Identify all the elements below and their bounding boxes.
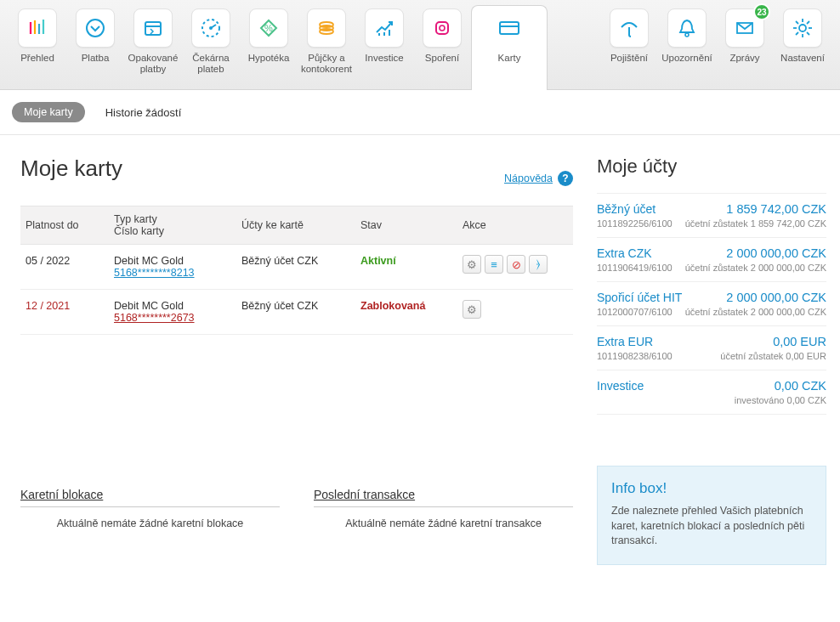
settings-action-icon[interactable]: ⚙	[463, 300, 481, 319]
nav-waiting[interactable]: Čekárna plateb	[182, 5, 240, 89]
account-number: 1011892256/6100	[597, 218, 673, 229]
panel-title[interactable]: Karetní blokace	[20, 488, 280, 507]
help-icon: ?	[558, 171, 573, 186]
nav-insurance[interactable]: Pojištění	[600, 5, 658, 89]
table-row: 12 / 2021 Debit MC Gold 5168********2673…	[20, 290, 573, 335]
nav-recurring[interactable]: Opakované platby	[124, 5, 182, 89]
table-row: 05 / 2022 Debit MC Gold 5168********8213…	[20, 245, 573, 290]
subtab-history[interactable]: Historie žádostí	[105, 106, 182, 119]
circle-down-icon	[76, 8, 115, 48]
calendar-icon	[133, 8, 173, 48]
col-actions: Akce	[463, 206, 573, 245]
cell-account: Běžný účet CZK	[241, 245, 360, 290]
panel-last-tx: Poslední transakce Aktuálně nemáte žádné…	[314, 488, 573, 540]
help-link[interactable]: Nápověda ?	[504, 171, 573, 186]
col-cardtype: Typ karty Číslo karty	[114, 206, 241, 245]
cell-validity: 12 / 2021	[26, 300, 70, 312]
infobox-text: Zde naleznete přehled Vašich platebních …	[611, 504, 812, 549]
cell-cardtype: Debit MC Gold	[114, 300, 184, 312]
nav-label: Nastavení	[774, 53, 831, 64]
account-sub: účetní zůstatek 2 000 000,00 CZK	[685, 263, 826, 273]
nav-payment[interactable]: Platba	[66, 5, 124, 89]
account-item[interactable]: Extra CZK 2 000 000,00 CZK 1011906419/61…	[597, 238, 826, 282]
card-number-link[interactable]: 5168********2673	[114, 312, 195, 324]
nav-label: Přehled	[9, 53, 66, 64]
account-name: Běžný účet	[597, 202, 656, 216]
nav-label: Upozornění	[658, 53, 716, 64]
info-box: Info box! Zde naleznete přehled Vašich p…	[597, 466, 826, 565]
nav-alerts[interactable]: Upozornění	[658, 5, 716, 89]
nav-invest[interactable]: Investice	[355, 5, 413, 89]
svg-line-30	[807, 32, 809, 35]
card-icon	[490, 8, 529, 48]
svg-point-13	[320, 29, 333, 34]
nav-settings[interactable]: Nastavení	[774, 5, 831, 89]
col-cardtype-l2: Číslo karty	[114, 225, 164, 237]
status-badge: Zablokovaná	[360, 300, 425, 312]
account-balance: 2 000 000,00 CZK	[726, 291, 826, 304]
nav-label: Půjčky a kontokorent	[298, 53, 355, 75]
account-item[interactable]: Spořicí účet HIT 2 000 000,00 CZK 101200…	[597, 282, 826, 326]
svg-line-32	[807, 21, 809, 24]
panel-title[interactable]: Poslední transakce	[314, 488, 573, 507]
nav-label: Investice	[355, 53, 413, 64]
top-nav: Přehled Platba Opakované platby Čekárna …	[0, 0, 840, 90]
nav-label: Čekárna plateb	[182, 53, 240, 75]
account-number: 1011908238/6100	[597, 351, 673, 361]
infobox-title: Info box!	[611, 480, 812, 497]
nav-label: Spoření	[413, 53, 471, 64]
account-name: Extra CZK	[597, 246, 652, 260]
account-name: Extra EUR	[597, 335, 653, 348]
coins-icon	[307, 8, 346, 48]
account-item[interactable]: Běžný účet 1 859 742,00 CZK 1011892256/6…	[597, 193, 826, 238]
nav-cards[interactable]: Karty	[471, 5, 548, 90]
card-number-link[interactable]: 5168********8213	[114, 267, 195, 279]
messages-badge: 23	[753, 3, 770, 20]
tag-icon: %	[249, 8, 288, 48]
panel-card-blocks: Karetní blokace Aktuálně nemáte žádné ka…	[20, 488, 280, 540]
subtabs: Moje karty Historie žádostí	[0, 90, 840, 135]
account-number: 1011906419/6100	[597, 263, 673, 273]
chart-up-icon	[365, 8, 404, 48]
panel-empty: Aktuálně nemáte žádné karetní transakce	[314, 507, 573, 540]
account-item[interactable]: Extra EUR 0,00 EUR 1011908238/6100 účetn…	[597, 326, 826, 370]
status-badge: Aktivní	[360, 255, 396, 267]
nav-loans[interactable]: Půjčky a kontokorent	[298, 5, 355, 89]
contactless-action-icon[interactable]: ⦒	[529, 255, 548, 274]
nav-overview[interactable]: Přehled	[9, 5, 66, 89]
account-balance: 1 859 742,00 CZK	[726, 202, 826, 216]
account-sub: investováno 0,00 CZK	[735, 395, 826, 405]
account-item[interactable]: Investice 0,00 CZK investováno 0,00 CZK	[597, 370, 826, 415]
col-validity: Platnost do	[20, 206, 114, 245]
svg-point-4	[87, 20, 104, 37]
nav-savings[interactable]: Spoření	[413, 5, 471, 89]
cards-table: Platnost do Typ karty Číslo karty Účty k…	[20, 206, 573, 335]
account-number: 1012000707/6100	[597, 307, 673, 317]
svg-point-22	[685, 33, 689, 37]
cell-validity: 05 / 2022	[20, 245, 114, 290]
page-title: Moje karty	[20, 156, 122, 182]
panel-empty: Aktuálně nemáte žádné karetní blokace	[20, 507, 280, 540]
settings-action-icon[interactable]: ⚙	[463, 255, 481, 274]
nav-messages[interactable]: 23 Zprávy	[716, 5, 774, 89]
account-name: Investice	[597, 379, 644, 393]
cell-cardtype: Debit MC Gold	[114, 255, 184, 267]
nav-label: Karty	[472, 53, 547, 64]
gear-icon	[783, 8, 822, 48]
nav-label: Hypotéka	[240, 53, 298, 64]
bars-icon	[18, 8, 57, 48]
nav-label: Zprávy	[716, 53, 774, 64]
svg-rect-5	[145, 22, 161, 35]
limits-action-icon[interactable]: ≡	[485, 255, 503, 274]
subtab-my-cards[interactable]: Moje karty	[12, 102, 85, 122]
account-sub: účetní zůstatek 2 000 000,00 CZK	[685, 307, 826, 317]
svg-point-24	[799, 25, 806, 31]
block-action-icon[interactable]: ⊘	[507, 255, 525, 274]
col-status: Stav	[360, 206, 463, 245]
nav-mortgage[interactable]: % Hypotéka	[240, 5, 298, 89]
account-balance: 2 000 000,00 CZK	[726, 246, 826, 260]
svg-point-18	[440, 25, 445, 31]
account-balance: 0,00 EUR	[773, 335, 826, 348]
account-sub: účetní zůstatek 0,00 EUR	[720, 351, 826, 361]
account-sub: účetní zůstatek 1 859 742,00 CZK	[685, 218, 826, 229]
